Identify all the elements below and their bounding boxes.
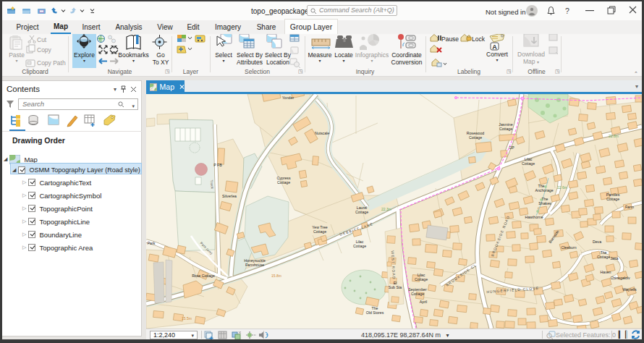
- svg-text:22.6m: 22.6m: [557, 185, 567, 190]
- svg-text:Cottage: Cottage: [277, 180, 290, 185]
- svg-text:Farm: Farm: [625, 205, 634, 209]
- svg-text:Silverlea: Silverlea: [222, 194, 237, 198]
- svg-text:Farmhouse: Farmhouse: [245, 263, 264, 267]
- svg-text:Chinegalolv: Chinegalolv: [610, 276, 630, 280]
- svg-text:Cottage: Cottage: [499, 127, 512, 131]
- svg-text:A: A: [492, 43, 497, 51]
- svg-text:Cottage: Cottage: [313, 229, 326, 234]
- svg-text:GP: GP: [509, 145, 514, 150]
- svg-text:15.8m: 15.8m: [271, 274, 281, 278]
- svg-text:Old Stores: Old Stores: [366, 310, 384, 315]
- svg-text:22.8m: 22.8m: [609, 134, 619, 138]
- svg-text:Cottage: Cottage: [469, 135, 482, 140]
- svg-text:April: April: [420, 300, 427, 304]
- svg-text:Deva: Deva: [593, 240, 601, 244]
- svg-text:Shakes: Shakes: [538, 201, 551, 206]
- svg-text:P FB: P FB: [213, 163, 222, 167]
- svg-text:Cottage: Cottage: [606, 197, 619, 201]
- svg-text:Haven: Haven: [601, 270, 611, 274]
- svg-text:Park: Park: [148, 241, 156, 245]
- svg-text:Yonder: Yonder: [282, 96, 295, 100]
- svg-text:Cottage: Cottage: [415, 277, 428, 281]
- svg-text:Cottage: Cottage: [411, 292, 424, 296]
- svg-text:22.3m: 22.3m: [381, 207, 391, 211]
- svg-text:Anchorage: Anchorage: [535, 188, 553, 192]
- svg-text:Cottage: Cottage: [522, 161, 535, 166]
- svg-text:Nutscale: Nutscale: [315, 131, 329, 135]
- svg-text:Jaca: Jaca: [611, 256, 619, 261]
- svg-text:Rose Cottage: Rose Cottage: [192, 274, 215, 278]
- svg-text:Cottage: Cottage: [353, 244, 366, 248]
- svg-text:Cottage: Cottage: [597, 255, 610, 259]
- svg-text:Cleeburn: Cleeburn: [561, 245, 576, 250]
- svg-text:Hawthorne: Hawthorne: [525, 215, 543, 219]
- svg-text:Cottage: Cottage: [355, 210, 368, 214]
- svg-text:15.5m: 15.5m: [182, 316, 192, 321]
- svg-text:Sub Sta: Sub Sta: [389, 285, 402, 289]
- svg-text:Waytells: Waytells: [622, 287, 637, 292]
